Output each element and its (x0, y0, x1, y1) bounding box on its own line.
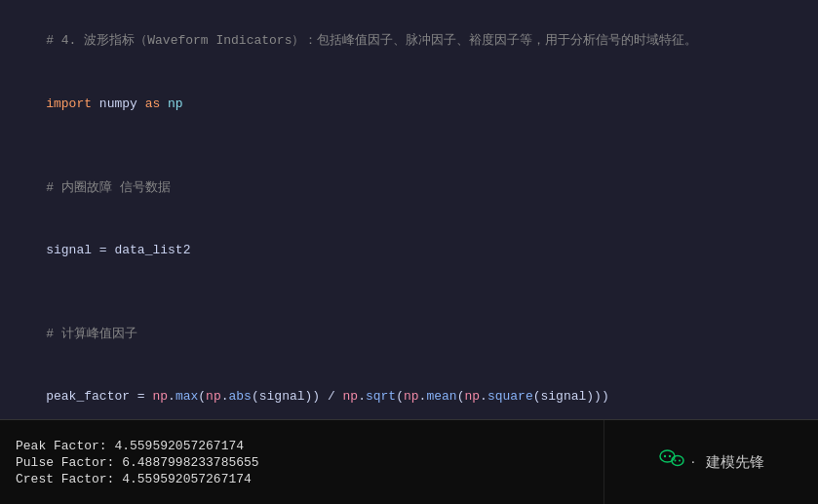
eq2: = (137, 389, 153, 404)
peak-factor-var: peak_factor (46, 389, 137, 404)
data-list2: data_list2 (114, 243, 190, 257)
as-keyword: as (145, 97, 168, 111)
import-keyword: import (46, 97, 99, 111)
code-line-comment3: # 计算峰值因子 (16, 302, 802, 365)
code-line-signal: signal = data_list2 (16, 218, 802, 281)
code-line-1: # 4. 波形指标（Waveform Indicators）：包括峰值因子、脉冲… (16, 10, 802, 72)
brand-separator: · (691, 454, 695, 470)
wechat-icon (658, 446, 685, 480)
svg-point-2 (664, 454, 666, 456)
output-area: Peak Factor: 4.559592057267174 Pulse Fac… (0, 419, 818, 504)
abs-func-1: abs (229, 389, 252, 404)
code-line-comment2: # 内圈故障 信号数据 (16, 156, 802, 218)
np-3: np (343, 389, 359, 404)
np-2: np (206, 389, 221, 404)
np-5: np (464, 389, 480, 404)
code-line-blank2 (16, 282, 802, 302)
brand-name: 建模先锋 (706, 454, 764, 470)
output-right: · 建模先锋 (604, 420, 818, 504)
np-1: np (152, 389, 168, 404)
code-line-blank1 (16, 136, 802, 156)
comment-signal: # 内圈故障 信号数据 (46, 180, 170, 195)
code-editor: # 4. 波形指标（Waveform Indicators）：包括峰值因子、脉冲… (0, 0, 818, 419)
np-4: np (404, 389, 419, 404)
code-line-peak: peak_factor = np.max(np.abs(signal)) / n… (16, 365, 802, 419)
svg-point-1 (672, 455, 683, 465)
output-line-2: Pulse Factor: 6.4887998233785655 (16, 455, 588, 470)
comment-peak: # 计算峰值因子 (46, 327, 137, 341)
np-alias: np (168, 97, 183, 111)
numpy-name: numpy (99, 97, 145, 111)
signal-var: signal (46, 243, 99, 257)
output-line-1: Peak Factor: 4.559592057267174 (16, 439, 588, 453)
svg-point-4 (675, 459, 677, 461)
svg-point-5 (679, 459, 681, 461)
output-line-3: Crest Factor: 4.559592057267174 (16, 472, 588, 486)
square-func-1: square (487, 389, 533, 404)
mean-func-1: mean (426, 389, 456, 404)
output-left: Peak Factor: 4.559592057267174 Pulse Fac… (0, 420, 604, 504)
max-func-1: max (175, 389, 198, 404)
code-line-import: import numpy as np (16, 72, 802, 135)
comment-waveform: # 4. 波形指标（Waveform Indicators）：包括峰值因子、脉冲… (46, 33, 697, 48)
brand-label: · 建模先锋 (691, 453, 764, 472)
eq1: = (99, 243, 115, 257)
sqrt-func-1: sqrt (366, 389, 396, 404)
svg-point-3 (669, 454, 671, 456)
